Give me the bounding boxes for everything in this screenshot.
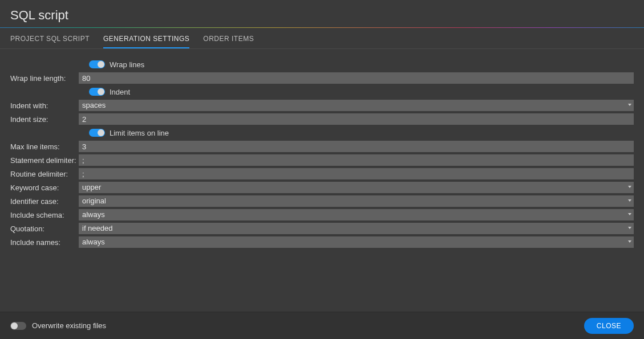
max-line-items-label: Max line items: — [10, 142, 79, 151]
tab-bar: PROJECT SQL SCRIPT GENERATION SETTINGS O… — [0, 29, 644, 49]
wrap-lines-label: Wrap lines — [110, 60, 144, 69]
dialog-title: SQL script — [10, 8, 634, 23]
dialog-footer: Overwrite existing files CLOSE — [0, 312, 644, 339]
routine-delimiter-label: Routine delimiter: — [10, 170, 79, 178]
chevron-down-icon — [628, 199, 631, 202]
tab-generation-settings[interactable]: GENERATION SETTINGS — [103, 29, 189, 48]
indent-toggle[interactable] — [89, 88, 105, 96]
quotation-select[interactable]: if needed — [79, 223, 634, 234]
chevron-down-icon — [628, 240, 631, 243]
chevron-down-icon — [628, 104, 631, 106]
keyword-case-select[interactable]: upper — [79, 182, 634, 193]
include-schema-select[interactable]: always — [79, 209, 634, 220]
tab-order-items[interactable]: ORDER ITEMS — [203, 29, 254, 48]
overwrite-files-label: Overwrite existing files — [32, 321, 106, 330]
dialog-header: SQL script — [0, 0, 644, 27]
limit-items-toggle[interactable] — [89, 129, 105, 137]
identifier-case-label: Identifier case: — [10, 197, 79, 206]
statement-delimiter-input[interactable] — [79, 154, 634, 166]
chevron-down-icon — [628, 213, 631, 215]
wrap-lines-toggle[interactable] — [89, 60, 105, 68]
tab-project-sql-script[interactable]: PROJECT SQL SCRIPT — [10, 29, 90, 48]
indent-size-input[interactable] — [79, 113, 634, 125]
include-names-select[interactable]: always — [79, 236, 634, 248]
indent-with-label: Indent with: — [10, 101, 79, 110]
include-schema-label: Include schema: — [10, 211, 79, 219]
overwrite-files-toggle[interactable] — [10, 322, 26, 330]
chevron-down-icon — [628, 186, 631, 188]
accent-divider — [0, 27, 644, 28]
indent-size-label: Indent size: — [10, 115, 79, 124]
keyword-case-label: Keyword case: — [10, 183, 79, 192]
statement-delimiter-label: Statement delimiter: — [10, 156, 79, 165]
settings-panel: Wrap lines Wrap line length: Indent Inde… — [0, 49, 644, 312]
include-names-label: Include names: — [10, 238, 79, 247]
limit-items-label: Limit items on line — [110, 129, 169, 137]
wrap-line-length-label: Wrap line length: — [10, 74, 79, 83]
chevron-down-icon — [628, 227, 631, 229]
quotation-label: Quotation: — [10, 224, 79, 233]
identifier-case-select[interactable]: original — [79, 195, 634, 207]
max-line-items-input[interactable] — [79, 141, 634, 152]
close-button[interactable]: CLOSE — [584, 318, 634, 334]
indent-with-select[interactable]: spaces — [79, 100, 634, 111]
wrap-line-length-input[interactable] — [79, 72, 634, 84]
indent-toggle-label: Indent — [110, 88, 130, 96]
routine-delimiter-input[interactable] — [79, 168, 634, 179]
